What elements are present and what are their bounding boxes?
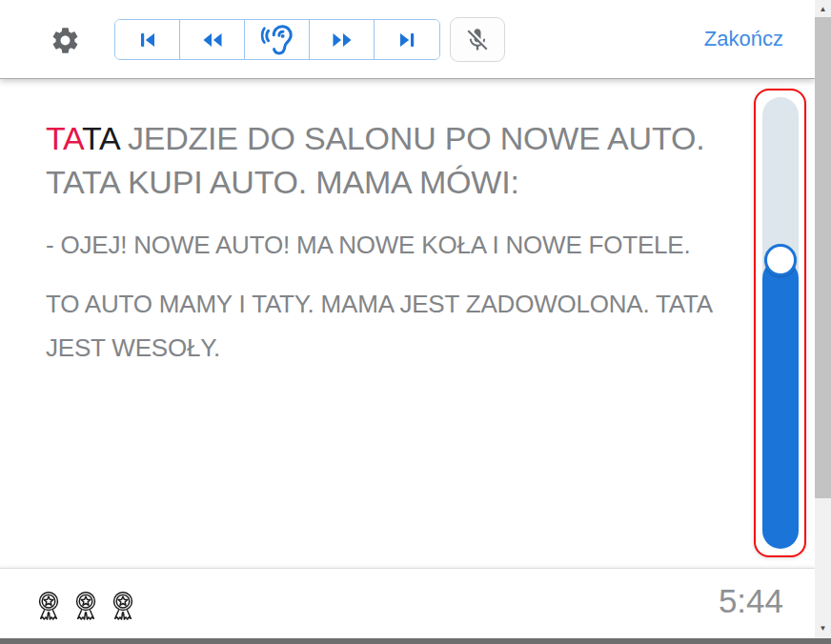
fast-forward-button[interactable]: [310, 20, 375, 59]
paragraph-3: TO AUTO MAMY I TATY. MAMA JEST ZADOWOLON…: [46, 282, 753, 370]
scrollbar-down-arrow[interactable]: ▼: [815, 621, 831, 635]
paragraph-2: - OJEJ! NOWE AUTO! MA NOWE KOŁA I NOWE F…: [46, 223, 753, 267]
rewind-icon: [200, 29, 225, 51]
skip-to-start-icon: [136, 29, 159, 51]
footer-bar: 5:44: [0, 568, 815, 638]
finish-link[interactable]: Zakończ: [704, 27, 783, 51]
paragraph-1-rest: JEDZIE DO SALONU PO NOWE AUTO. TATA KUPI…: [46, 120, 704, 200]
slider-highlight-outline: [754, 89, 806, 557]
paragraph-1: TATA JEDZIE DO SALONU PO NOWE AUTO. TATA…: [46, 116, 753, 204]
rewind-button[interactable]: [180, 20, 245, 59]
reading-area: TATA JEDZIE DO SALONU PO NOWE AUTO. TATA…: [0, 80, 815, 567]
medal-icon: [71, 584, 101, 627]
settings-button[interactable]: [50, 23, 84, 57]
slider-fill: [762, 260, 799, 549]
scrollbar-thumb[interactable]: [815, 17, 831, 498]
mic-mute-button[interactable]: [450, 17, 505, 62]
mic-off-icon: [464, 27, 491, 53]
ear-listen-icon: [260, 23, 294, 57]
medal-icon: [108, 584, 138, 627]
scrollbar-up-arrow[interactable]: ▲: [815, 2, 831, 16]
medal-icon: [33, 584, 64, 627]
skip-to-end-button[interactable]: [375, 20, 439, 59]
reading-text: TATA JEDZIE DO SALONU PO NOWE AUTO. TATA…: [0, 80, 753, 370]
playback-controls: [114, 19, 440, 60]
slider-thumb[interactable]: [764, 244, 797, 276]
highlighted-syllable-black: TA: [82, 120, 119, 156]
skip-to-start-button[interactable]: [115, 20, 180, 59]
vertical-slider[interactable]: [762, 97, 799, 549]
timer: 5:44: [719, 582, 783, 620]
toolbar: Zakończ: [0, 0, 815, 79]
gear-icon: [50, 25, 84, 56]
skip-to-end-icon: [395, 29, 418, 51]
highlighted-syllable-red: TA: [46, 120, 82, 156]
fast-forward-icon: [330, 29, 355, 51]
listen-button[interactable]: [245, 20, 310, 59]
medals: [33, 584, 138, 627]
scrollbar[interactable]: ▲ ▼: [815, 0, 831, 644]
bottom-edge-strip: [0, 638, 831, 644]
